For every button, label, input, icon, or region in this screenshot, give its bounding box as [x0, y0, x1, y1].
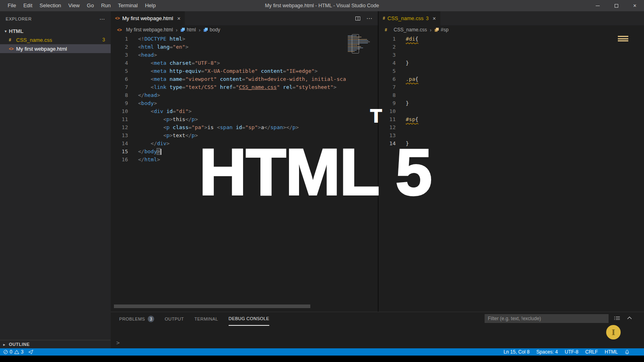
menu-go[interactable]: Go — [83, 0, 97, 11]
problems-status[interactable]: 0 3 — [3, 349, 23, 355]
tab-bar: <> My first webpage.html × ⋯ — [111, 11, 378, 25]
problems-count-badge: 3 — [426, 16, 429, 21]
breadcrumb-label: body — [210, 27, 220, 33]
panel-tab-label: OUTPUT — [165, 317, 184, 321]
tab-terminal[interactable]: TERMINAL — [194, 312, 218, 326]
panel-tab-label: TERMINAL — [194, 317, 218, 321]
menu-terminal[interactable]: Terminal — [114, 0, 141, 11]
breadcrumb-sp[interactable]: #sp — [434, 27, 448, 33]
feedback-status[interactable] — [28, 350, 33, 354]
tab-css-name[interactable]: # CSS_name.css 3 × — [378, 11, 440, 25]
tab-my-first-webpage[interactable]: <> My first webpage.html × — [111, 11, 185, 25]
tab-label: My first webpage.html — [122, 15, 173, 21]
minimap-slider[interactable] — [352, 34, 359, 53]
tab-bar: # CSS_name.css 3 × — [378, 11, 644, 25]
css-file-icon: # — [385, 28, 392, 32]
eol-sequence[interactable]: CRLF — [585, 349, 598, 355]
panel-tab-label: DEBUG CONSOLE — [229, 316, 269, 321]
close-tab-icon[interactable]: × — [177, 15, 180, 22]
output-list-icon[interactable] — [614, 316, 620, 321]
folder-name: HTML — [9, 28, 23, 34]
restore-icon — [615, 4, 618, 8]
warning-icon — [14, 350, 19, 354]
panel-actions — [614, 316, 632, 321]
more-actions-icon[interactable]: ⋯ — [366, 15, 372, 22]
breadcrumb-label: html — [187, 27, 196, 33]
menu-file[interactable]: File — [4, 0, 20, 11]
minimap[interactable] — [346, 35, 373, 57]
code-editor-html[interactable]: 1<!DOCTYPE html>2<html lang="en">3<head>… — [111, 34, 378, 312]
file-row-css[interactable]: # CSS_name.css 3 — [0, 35, 111, 44]
minimize-button[interactable] — [588, 0, 607, 11]
explorer-sidebar: EXPLORER ⋯ ▾ HTML # CSS_name.css 3 <> My… — [0, 11, 111, 348]
window-controls: × — [588, 0, 644, 11]
status-left: 0 3 — [0, 349, 33, 355]
breadcrumb: <> My first webpage.html › html › body — [111, 25, 378, 34]
breadcrumb-body[interactable]: body — [203, 27, 220, 33]
breadcrumb-separator-icon: › — [176, 27, 178, 33]
encoding[interactable]: UTF-8 — [565, 349, 578, 355]
close-icon: × — [633, 2, 636, 9]
notifications-button[interactable] — [625, 350, 630, 355]
css-file-icon: # — [9, 38, 16, 42]
close-button[interactable]: × — [625, 0, 644, 11]
outline-section[interactable]: ▸ OUTLINE — [0, 340, 111, 348]
letterbox-strip — [0, 356, 644, 362]
css-file-icon: # — [383, 16, 385, 21]
menu-selection[interactable]: Selection — [36, 0, 64, 11]
tab-label: CSS_name.css — [388, 15, 424, 21]
breadcrumb-label: #sp — [441, 27, 448, 33]
explorer-header: EXPLORER ⋯ — [0, 11, 111, 27]
vscode-window: File Edit Selection View Go Run Terminal… — [0, 0, 644, 362]
breadcrumb-separator-icon: › — [430, 27, 431, 33]
error-icon — [3, 350, 8, 354]
indentation[interactable]: Spaces: 4 — [537, 349, 558, 355]
symbol-icon — [203, 27, 208, 32]
restore-button[interactable] — [607, 0, 625, 11]
file-name: CSS_name.css — [16, 37, 52, 43]
breadcrumb-file[interactable]: <> My first webpage.html — [117, 27, 173, 33]
language-mode[interactable]: HTML — [605, 349, 618, 355]
html-file-icon: <> — [9, 47, 16, 51]
file-row-html-page[interactable]: <> My first webpage.html — [0, 44, 111, 53]
explorer-more-icon[interactable]: ⋯ — [99, 16, 105, 22]
problems-badge: 3 — [148, 316, 154, 322]
menu-view[interactable]: View — [65, 0, 83, 11]
editor-group-html: <> My first webpage.html × ⋯ <> My first… — [111, 11, 378, 312]
status-bar: 0 3 Ln 15, Col 8 Spaces: 4 UTF-8 CRLF HT… — [0, 348, 644, 356]
panel-tab-label: PROBLEMS — [119, 317, 145, 321]
editor-actions: ⋯ — [355, 11, 378, 25]
tab-output[interactable]: OUTPUT — [165, 312, 184, 326]
tab-debug-console[interactable]: DEBUG CONSOLE — [229, 312, 269, 326]
breadcrumb-html[interactable]: html — [180, 27, 196, 33]
menu-help[interactable]: Help — [141, 0, 159, 11]
tab-problems[interactable]: PROBLEMS 3 — [119, 312, 154, 326]
menu-run[interactable]: Run — [97, 0, 114, 11]
breadcrumb-label: My first webpage.html — [126, 27, 173, 33]
html-file-icon: <> — [117, 28, 124, 32]
bell-icon — [625, 350, 630, 355]
close-tab-icon[interactable]: × — [433, 15, 436, 22]
text-cursor-icon: I — [612, 328, 615, 337]
chevron-right-icon: ▸ — [3, 342, 9, 347]
file-name: My first webpage.html — [16, 46, 67, 52]
status-right: Ln 15, Col 8 Spaces: 4 UTF-8 CRLF HTML — [504, 349, 644, 355]
chevron-down-icon: ▾ — [2, 29, 9, 33]
code-editor-css[interactable]: 1#di{234}56.pa{789}1011#sp{121314} — [378, 34, 644, 312]
folder-row-html[interactable]: ▾ HTML — [0, 27, 111, 35]
explorer-title: EXPLORER — [6, 16, 32, 21]
debug-console-prompt[interactable]: > — [116, 339, 120, 346]
menu-edit[interactable]: Edit — [20, 0, 36, 11]
explorer-tree: ▾ HTML # CSS_name.css 3 <> My first webp… — [0, 27, 111, 53]
outline-label: OUTLINE — [9, 342, 30, 347]
chevron-up-icon[interactable] — [627, 317, 632, 320]
titlebar: File Edit Selection View Go Run Terminal… — [0, 0, 644, 11]
paper-plane-icon — [28, 350, 33, 354]
horizontal-scrollbar[interactable] — [114, 304, 310, 308]
symbol-icon — [434, 27, 439, 32]
split-editor-icon[interactable] — [355, 16, 360, 21]
breadcrumb-separator-icon: › — [199, 27, 200, 33]
debug-filter-input[interactable] — [485, 314, 609, 323]
cursor-position[interactable]: Ln 15, Col 8 — [504, 349, 530, 355]
breadcrumb-file[interactable]: # CSS_name.css — [385, 27, 427, 33]
